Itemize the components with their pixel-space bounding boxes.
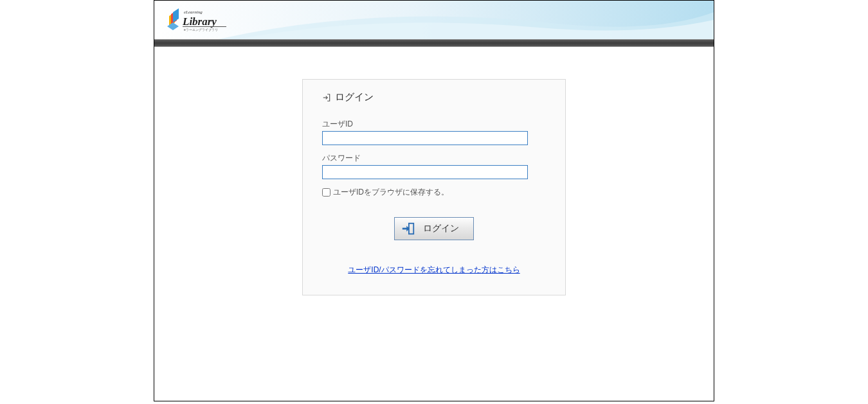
password-label: パスワード [322, 153, 546, 164]
svg-rect-5 [409, 224, 413, 234]
login-button-label: ログイン [423, 223, 459, 234]
brand-logo: eLearning Library eラーニングライブラリ [165, 6, 235, 31]
login-button[interactable]: ログイン [394, 217, 474, 240]
header: eLearning Library eラーニングライブラリ [154, 1, 714, 39]
main-content: ログイン ユーザID パスワード ユーザIDをブラウザに保存する。 [154, 47, 714, 295]
panel-title-row: ログイン [322, 91, 546, 103]
forgot-password-link[interactable]: ユーザID/パスワードを忘れてしまった方はこちら [348, 265, 520, 274]
login-title: ログイン [335, 91, 374, 103]
login-panel: ログイン ユーザID パスワード ユーザIDをブラウザに保存する。 [302, 79, 566, 295]
user-id-input[interactable] [322, 131, 528, 145]
password-input[interactable] [322, 165, 528, 179]
password-group: パスワード [322, 153, 546, 179]
header-divider [154, 39, 714, 47]
remember-label: ユーザIDをブラウザに保存する。 [333, 187, 449, 198]
remember-row: ユーザIDをブラウザに保存する。 [322, 187, 546, 198]
forgot-row: ユーザID/パスワードを忘れてしまった方はこちら [322, 263, 546, 276]
svg-text:eLearning: eLearning [184, 10, 203, 15]
login-arrow-icon [401, 222, 415, 236]
remember-checkbox[interactable] [322, 188, 330, 197]
svg-text:eラーニングライブラリ: eラーニングライブラリ [184, 28, 218, 31]
user-id-group: ユーザID [322, 119, 546, 145]
user-id-label: ユーザID [322, 119, 546, 130]
svg-rect-3 [183, 26, 226, 27]
login-icon [322, 93, 331, 102]
svg-text:Library: Library [182, 15, 217, 28]
app-window: eLearning Library eラーニングライブラリ ログイン [154, 0, 714, 401]
header-background [154, 1, 714, 39]
button-row: ログイン [322, 217, 546, 240]
